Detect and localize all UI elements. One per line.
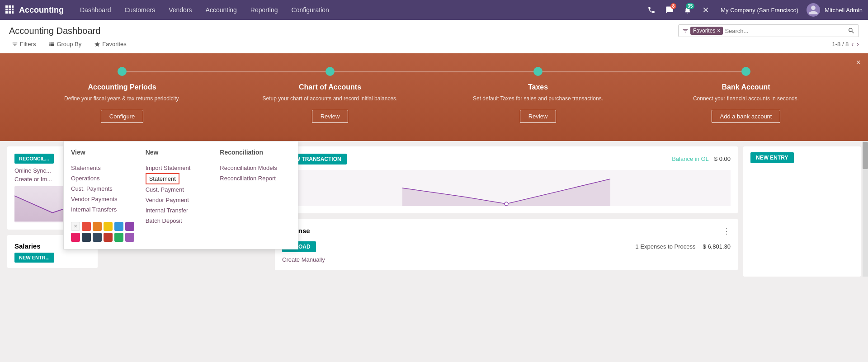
nav-menu: Dashboard Customers Vendors Accounting R… bbox=[75, 4, 645, 16]
step-title-4: Bank Account bbox=[651, 83, 841, 91]
color-violet[interactable] bbox=[125, 233, 134, 242]
nav-reporting[interactable]: Reporting bbox=[245, 4, 283, 16]
dropdown-import-statement[interactable]: Import Statement bbox=[146, 163, 217, 173]
nav-right-icons: 8 35 My Company (San Francisco) Mitchell… bbox=[645, 3, 863, 17]
dropdown-vendor-payment-new[interactable]: Vendor Payment bbox=[146, 195, 217, 205]
user-avatar[interactable] bbox=[807, 3, 820, 17]
color-green[interactable] bbox=[114, 233, 123, 242]
step-btn-4[interactable]: Add a bank account bbox=[712, 110, 781, 123]
step-btn-1[interactable]: Configure bbox=[101, 110, 143, 123]
banner-step-taxes: Taxes Set default Taxes for sales and pu… bbox=[434, 67, 642, 123]
dropdown-cust-payment-new[interactable]: Cust. Payment bbox=[146, 184, 217, 195]
dropdown-statements[interactable]: Statements bbox=[71, 163, 142, 173]
messages-badge: 8 bbox=[670, 3, 677, 9]
step-dot-3 bbox=[533, 67, 542, 76]
banner-step-bank-account: Bank Account Connect your financial acco… bbox=[642, 67, 850, 123]
step-dot-1 bbox=[118, 67, 127, 76]
color-orange[interactable] bbox=[93, 222, 102, 231]
svg-rect-6 bbox=[5, 11, 8, 14]
view-column-header: View bbox=[71, 149, 142, 158]
create-manually-link[interactable]: Create Manually bbox=[282, 256, 325, 263]
groupby-button[interactable]: Group By bbox=[46, 40, 84, 48]
step-desc-3: Set default Taxes for sales and purchase… bbox=[443, 95, 633, 103]
dropdown-cust-payments[interactable]: Cust. Payments bbox=[71, 183, 142, 194]
reconciliation-column-header: Reconciliation bbox=[220, 149, 291, 158]
favorites-tag: Favorites × bbox=[690, 27, 723, 35]
search-icon[interactable] bbox=[848, 27, 855, 34]
phone-icon[interactable] bbox=[645, 3, 658, 17]
transaction-card: NEW TRANSACTION Balance in GL $ 0.00 bbox=[275, 146, 738, 213]
step-title-2: Chart of Accounts bbox=[235, 83, 425, 91]
nav-accounting[interactable]: Accounting bbox=[200, 4, 242, 16]
messages-icon[interactable]: 8 bbox=[663, 3, 676, 17]
page-title: Accounting Dashboard bbox=[9, 26, 100, 36]
dropdown-reconciliation-models[interactable]: Reconciliation Models bbox=[220, 163, 291, 173]
search-input[interactable] bbox=[725, 28, 848, 34]
reconcile-badge[interactable]: RECONCIL... bbox=[14, 154, 54, 164]
step-title-3: Taxes bbox=[443, 83, 633, 91]
favorites-button[interactable]: Favorites bbox=[91, 40, 129, 48]
search-bar[interactable]: Favorites × bbox=[678, 24, 859, 37]
dropdown-operations[interactable]: Operations bbox=[71, 173, 142, 183]
favorites-tag-label: Favorites bbox=[693, 28, 715, 34]
dropdown-internal-transfers[interactable]: Internal Transfers bbox=[71, 204, 142, 215]
dropdown-batch-deposit[interactable]: Batch Deposit bbox=[146, 216, 217, 226]
color-dark2[interactable] bbox=[93, 233, 102, 242]
salaries-badge[interactable]: NEW ENTR... bbox=[14, 253, 54, 263]
nav-configuration[interactable]: Configuration bbox=[286, 4, 335, 16]
next-page-button[interactable]: › bbox=[857, 40, 859, 48]
step-desc-2: Setup your chart of accounts and record … bbox=[235, 95, 425, 103]
dropdown-view-column: View Statements Operations Cust. Payment… bbox=[71, 149, 142, 242]
scrollbar-track[interactable] bbox=[863, 141, 868, 277]
banner-close-button[interactable]: × bbox=[856, 58, 861, 67]
expense-process-text: 1 Expenses to Process bbox=[636, 243, 696, 250]
setup-banner: × Accounting Periods Define your fiscal … bbox=[0, 53, 868, 141]
activity-badge: 35 bbox=[686, 3, 694, 9]
svg-rect-8 bbox=[12, 11, 14, 14]
color-pink[interactable] bbox=[71, 233, 80, 242]
new-entry-badge[interactable]: NEW ENTRY bbox=[750, 152, 794, 163]
step-dot-2 bbox=[326, 67, 335, 76]
color-yellow[interactable] bbox=[104, 222, 113, 231]
prev-page-button[interactable]: ‹ bbox=[851, 40, 854, 48]
color-none[interactable] bbox=[71, 222, 80, 231]
svg-rect-4 bbox=[9, 9, 11, 10]
grid-menu-icon[interactable] bbox=[5, 5, 14, 15]
dropdown-statement[interactable]: Statement bbox=[146, 173, 179, 184]
expense-amount: $ 6,801.30 bbox=[703, 243, 731, 250]
filters-button[interactable]: Filters bbox=[9, 40, 38, 48]
svg-rect-7 bbox=[9, 11, 11, 14]
pagination: 1-8 / 8 ‹ › bbox=[832, 40, 859, 48]
color-blue[interactable] bbox=[114, 222, 123, 231]
color-red[interactable] bbox=[82, 222, 91, 231]
color-crimson[interactable] bbox=[104, 233, 113, 242]
svg-rect-1 bbox=[9, 5, 11, 8]
scrollbar-thumb[interactable] bbox=[863, 142, 868, 169]
filter-icon bbox=[682, 28, 689, 34]
step-btn-3[interactable]: Review bbox=[520, 110, 557, 123]
activity-icon[interactable]: 35 bbox=[681, 3, 694, 17]
color-dark[interactable] bbox=[82, 233, 91, 242]
dropdown-reconciliation-column: Reconciliation Reconciliation Models Rec… bbox=[220, 149, 291, 242]
filter-bar: Filters Group By Favorites 1-8 / 8 ‹ › bbox=[9, 40, 859, 48]
nav-dashboard[interactable]: Dashboard bbox=[75, 4, 117, 16]
dropdown-vendor-payments[interactable]: Vendor Payments bbox=[71, 194, 142, 204]
new-column-header: New bbox=[146, 149, 217, 158]
favorites-tag-close[interactable]: × bbox=[717, 28, 720, 34]
close-nav-icon[interactable] bbox=[699, 3, 712, 17]
step-title-1: Accounting Periods bbox=[27, 83, 217, 91]
step-btn-2[interactable]: Review bbox=[312, 110, 349, 123]
dropdown-reconciliation-report[interactable]: Reconciliation Report bbox=[220, 173, 291, 183]
nav-customers[interactable]: Customers bbox=[119, 4, 161, 16]
step-desc-4: Connect your financial accounts in secon… bbox=[651, 95, 841, 103]
svg-rect-2 bbox=[12, 5, 14, 8]
new-entry-card: NEW ENTRY bbox=[743, 146, 861, 277]
step-dot-4 bbox=[741, 67, 750, 76]
new-entry-column: NEW ENTRY bbox=[743, 146, 861, 277]
balance-gl-label[interactable]: Balance in GL bbox=[672, 155, 709, 162]
nav-vendors[interactable]: Vendors bbox=[163, 4, 197, 16]
dropdown-internal-transfer-new[interactable]: Internal Transfer bbox=[146, 205, 217, 216]
color-purple[interactable] bbox=[125, 222, 134, 231]
expense-menu-icon[interactable]: ⋮ bbox=[722, 226, 731, 236]
company-name: My Company (San Francisco) bbox=[721, 7, 798, 14]
